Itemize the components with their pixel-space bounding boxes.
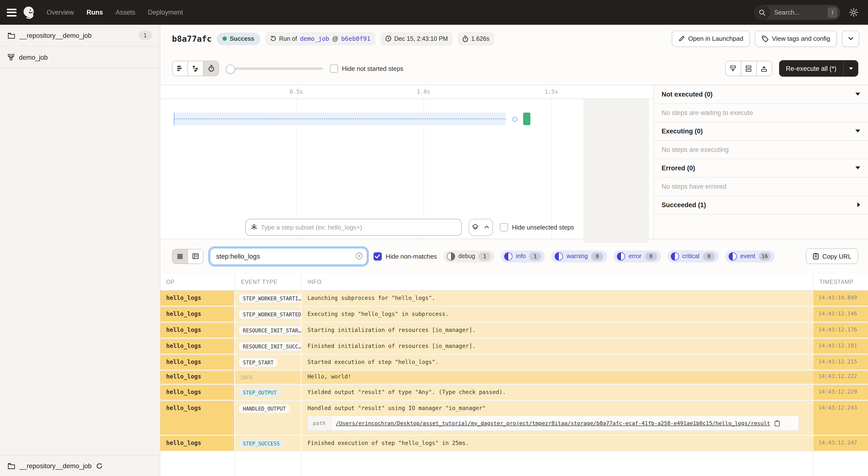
dagster-run-page: Overview Runs Assets Deployment Search..… [0, 0, 868, 476]
info-cell: Finished initialization of resources [io… [302, 339, 814, 354]
nav-deployment[interactable]: Deployment [148, 9, 183, 16]
hamburger-menu-icon[interactable] [7, 8, 17, 16]
op-cell: hello_logs [160, 355, 235, 370]
reexecute-dropdown-button[interactable] [843, 60, 858, 77]
level-count-badge: 0 [703, 252, 715, 261]
gantt-marker-circle [513, 117, 517, 122]
copy-path-clipboard-icon[interactable] [774, 420, 780, 426]
log-structured-view-button[interactable] [188, 249, 203, 264]
clear-filter-icon[interactable] [355, 252, 363, 260]
nav-runs[interactable]: Runs [87, 9, 103, 16]
event-type-cell: STEP_WORKER_STARTED [235, 307, 302, 322]
subset-collapse-caret[interactable] [481, 219, 493, 235]
hide-not-started-checkbox-row[interactable]: Hide not started steps [330, 65, 403, 73]
section-executing[interactable]: Executing (0) [654, 122, 868, 140]
timestamp-cell[interactable]: 14:43:12.247 [814, 436, 868, 451]
commit-link[interactable]: b6eb0f91 [341, 35, 370, 42]
log-table-header: OP EVENT TYPE INFO TIMESTAMP [160, 274, 868, 291]
graph-query-layers-icon[interactable] [469, 219, 481, 235]
timestamp-cell[interactable]: 14:43:12.243 [814, 401, 868, 435]
hide-non-matches-row[interactable]: Hide non-matches [374, 252, 437, 261]
hide-unselected-checkbox-row[interactable]: Hide unselected steps [500, 223, 574, 231]
log-row[interactable]: hello_logs STEP_OUTPUT Yielded output "r… [160, 385, 868, 401]
timestamp-cell[interactable]: 14:43:12.176 [814, 323, 868, 338]
run-id: b8a77afc [172, 34, 212, 43]
hide-not-started-checkbox[interactable] [330, 65, 338, 73]
sidebar-repository-item[interactable]: __repository__demo_job 1 [0, 25, 160, 46]
level-toggle-info[interactable]: info 1 [501, 250, 545, 263]
panel-top-button[interactable] [756, 61, 772, 76]
gantt-flat-view-button[interactable] [173, 61, 188, 76]
timestamp-cell[interactable]: 14:43:12.222 [814, 371, 868, 384]
event-type-tag: STEP_WORKER_STARTI… [239, 294, 305, 303]
gantt-chart[interactable]: 0.5s 1.0s 1.5s [160, 85, 653, 238]
log-row[interactable]: hello_logs RESOURCE_INIT_STAR… Starting … [160, 323, 868, 339]
sidebar-job-item[interactable]: demo_job [0, 46, 160, 68]
chevron-down-icon [848, 37, 853, 40]
status-dot-icon [222, 36, 227, 41]
op-cell: hello_logs [160, 291, 235, 306]
timestamp-cell[interactable]: 14:43:12.181 [814, 339, 868, 354]
hide-non-matches-checkbox[interactable] [374, 252, 382, 261]
section-errored-empty: No steps have errored [654, 177, 868, 196]
hide-unselected-label: Hide unselected steps [512, 224, 574, 231]
level-toggle-warning[interactable]: warning 0 [552, 250, 608, 263]
open-in-launchpad-button[interactable]: Open in Launchpad [672, 30, 750, 47]
timestamp-cell[interactable]: 14:43:12.229 [814, 385, 868, 400]
job-link[interactable]: demo_job [300, 35, 329, 42]
section-succeeded[interactable]: Succeeded (1) [654, 196, 868, 214]
global-search-input[interactable]: Search... / [754, 5, 840, 20]
nav-assets[interactable]: Assets [116, 9, 135, 16]
op-cell: hello_logs [160, 307, 235, 322]
dagster-logo-icon[interactable] [22, 6, 36, 19]
timestamp-cell[interactable]: 14:43:12.215 [814, 355, 868, 370]
gantt-timed-view-button[interactable] [204, 61, 219, 76]
log-row[interactable]: hello_logs STEP_WORKER_STARTED Executing… [160, 307, 868, 323]
log-row[interactable]: hello_logs STEP_SUCCESS Finished executi… [160, 436, 868, 452]
log-row-handled-output[interactable]: hello_logs HANDLED_OUTPUT Handled output… [160, 401, 868, 436]
log-table-empty-area [160, 452, 868, 476]
log-row[interactable]: hello_logs RESOURCE_INIT_SUCC… Finished … [160, 339, 868, 355]
copy-url-button[interactable]: Copy URL [806, 249, 858, 264]
event-type-cell: RESOURCE_INIT_STAR… [235, 323, 302, 338]
level-toggle-critical[interactable]: critical 0 [667, 250, 719, 263]
level-count-badge: 0 [591, 252, 603, 261]
level-toggle-debug[interactable]: debug 1 [443, 250, 495, 263]
reload-icon[interactable] [96, 463, 102, 469]
step-subset-input[interactable]: Type a step subset (ex: hello_logs+) [245, 218, 462, 236]
gantt-zoom-slider[interactable] [226, 61, 323, 76]
section-errored[interactable]: Errored (0) [654, 159, 868, 177]
info-cell: Handled output "result" using IO manager… [302, 401, 814, 435]
view-tags-config-button[interactable]: View tags and config [755, 30, 837, 47]
hide-unselected-checkbox[interactable] [500, 223, 508, 231]
sidebar-footer-repository[interactable]: __repository__demo_job [0, 455, 160, 476]
log-row-user-info[interactable]: hello_logs INFO Hello, world! 14:43:12.2… [160, 371, 868, 385]
level-toggle-event[interactable]: event 16 [725, 250, 775, 263]
path-link[interactable]: /Users/erincochran/Desktop/asset_tutoria… [336, 420, 770, 426]
level-toggle-error[interactable]: error 0 [614, 250, 661, 263]
nav-overview[interactable]: Overview [46, 9, 74, 16]
gantt-step-bar-hello-logs[interactable] [523, 112, 530, 125]
section-not-executed[interactable]: Not executed (0) [654, 85, 868, 104]
reexecute-label[interactable]: Re-execute all (*) [779, 60, 843, 77]
toggle-switch-icon [617, 252, 625, 261]
info-cell: Starting initialization of resources [io… [302, 323, 814, 338]
settings-gear-icon[interactable] [849, 8, 858, 17]
log-filter-input[interactable] [210, 248, 367, 265]
job-graph-icon [8, 54, 14, 61]
triangle-right-icon [857, 202, 860, 207]
log-row[interactable]: hello_logs STEP_WORKER_STARTI… Launching… [160, 291, 868, 307]
gantt-waterfall-view-button[interactable] [188, 61, 204, 76]
level-count-badge: 1 [529, 252, 541, 261]
log-stream-view-button[interactable] [173, 249, 188, 264]
reexecute-button[interactable]: Re-execute all (*) [779, 60, 858, 77]
timestamp-cell[interactable]: 14:43:10.849 [814, 291, 868, 306]
event-type-cell: STEP_SUCCESS [235, 436, 302, 451]
panel-split-button[interactable] [741, 61, 756, 76]
timestamp-cell[interactable]: 14:43:12.146 [814, 307, 868, 322]
header-more-actions-button[interactable] [842, 30, 859, 47]
panel-bottom-button[interactable] [725, 61, 741, 76]
toggle-switch-icon [555, 252, 563, 261]
log-row[interactable]: hello_logs STEP_START Started execution … [160, 355, 868, 371]
slider-knob[interactable] [226, 65, 235, 74]
